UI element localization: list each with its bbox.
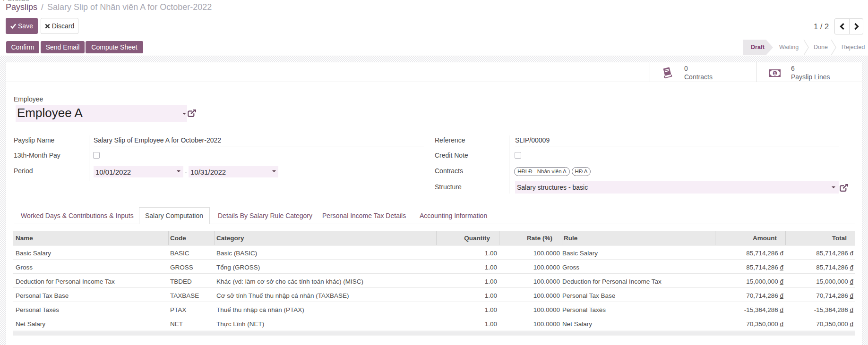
- svg-text:1: 1: [773, 70, 776, 76]
